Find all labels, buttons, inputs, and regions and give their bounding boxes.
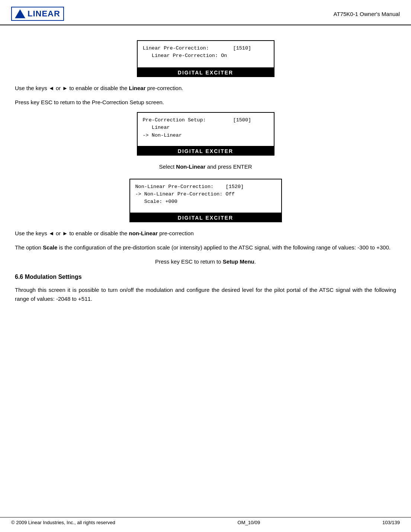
footer-page: 103/139 (382, 520, 400, 525)
footer-om: OM_10/09 (238, 520, 260, 525)
para-6: Press key ESC to return to Setup Menu. (15, 257, 396, 266)
display2-line2: Linear (143, 125, 170, 130)
para-5: The option Scale is the configuration of… (15, 243, 396, 252)
para-3: Select Non-Linear and press ENTER (15, 162, 396, 171)
page-header: LINEAR AT75K0-1 Owner's Manual (0, 0, 411, 25)
display-center-2: Pre-Correction Setup: [1500] Linear -> N… (137, 112, 274, 156)
display3-line1: Non-Linear Pre-Correction: [1520] (135, 184, 244, 189)
display2-line3: -> Non-Linear (143, 133, 182, 138)
display1-line1: Linear Pre-Correction: [1510] (143, 45, 251, 51)
main-content: Linear Pre-Correction: [1510] Linear Pre… (0, 25, 411, 316)
para4-end: pre-correction (158, 230, 194, 236)
para3-bold: Non-Linear (176, 163, 205, 170)
digital-exciter-bar-2: DIGITAL EXCITER (137, 147, 274, 156)
para-4: Use the keys ◄ or ► to enable or disable… (15, 229, 396, 238)
para6-end: . (254, 258, 256, 265)
display-box-2: Pre-Correction Setup: [1500] Linear -> N… (137, 112, 274, 147)
para6-bold: Setup Menu (223, 258, 254, 265)
logo-triangle-icon (15, 9, 25, 18)
para1-bold: Linear (129, 85, 146, 91)
para5-start: The option (15, 244, 43, 251)
display-center-3: Non-Linear Pre-Correction: [1520] -> Non… (129, 179, 282, 222)
section-heading: 6.6 Modulation Settings (15, 274, 396, 280)
para3-end: and press ENTER (205, 163, 252, 170)
display1-line2: Linear Pre-Correction: On (143, 53, 227, 58)
display-wrapper-1: Linear Pre-Correction: [1510] Linear Pre… (15, 40, 396, 77)
para-2: Press key ESC to return to the Pre-Corre… (15, 98, 396, 107)
para6-start: Press key ESC to return to (155, 258, 223, 265)
para1-text: Use the keys ◄ or ► to enable or disable… (15, 85, 129, 91)
display-box-3: Non-Linear Pre-Correction: [1520] -> Non… (129, 179, 282, 213)
logo-text: LINEAR (28, 9, 60, 19)
para-1: Use the keys ◄ or ► to enable or disable… (15, 84, 396, 93)
para1-end: pre-correction. (146, 85, 183, 91)
display3-line2: -> Non-Linear Pre-Correction: Off (135, 191, 235, 197)
manual-title: AT75K0-1 Owner's Manual (334, 11, 400, 17)
logo-box: LINEAR (11, 7, 64, 21)
logo-area: LINEAR (11, 7, 64, 21)
para4-text: Use the keys ◄ or ► to enable or disable… (15, 230, 129, 236)
para3-start: Select (159, 163, 176, 170)
digital-exciter-bar-3: DIGITAL EXCITER (129, 213, 282, 222)
page-footer: © 2009 Linear Industries, Inc., all righ… (0, 517, 411, 525)
display-wrapper-2: Pre-Correction Setup: [1500] Linear -> N… (15, 112, 396, 156)
display-center-1: Linear Pre-Correction: [1510] Linear Pre… (137, 40, 274, 77)
para5-bold: Scale (43, 244, 57, 251)
display-box-1: Linear Pre-Correction: [1510] Linear Pre… (137, 40, 274, 68)
footer-copyright: © 2009 Linear Industries, Inc., all righ… (11, 520, 115, 525)
display2-line1: Pre-Correction Setup: [1500] (143, 117, 251, 123)
digital-exciter-bar-1: DIGITAL EXCITER (137, 68, 274, 77)
para5-end: is the configuration of the pre-distorti… (57, 244, 391, 251)
display-wrapper-3: Non-Linear Pre-Correction: [1520] -> Non… (15, 179, 396, 222)
display3-line3: Scale: +000 (135, 199, 177, 204)
section-para: Through this screen it is possible to tu… (15, 286, 396, 303)
para4-bold: non-Linear (129, 230, 158, 236)
